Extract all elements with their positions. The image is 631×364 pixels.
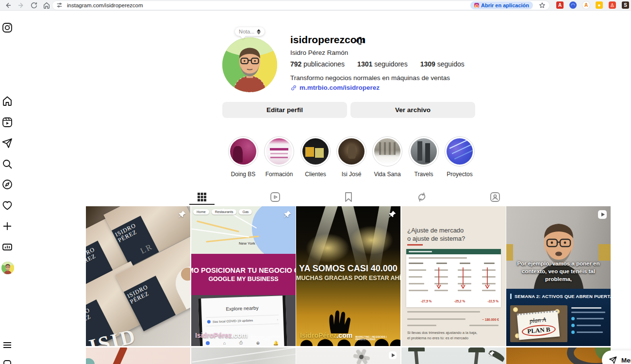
messenger-icon[interactable] xyxy=(1,137,13,149)
tab-reposts-icon[interactable] xyxy=(416,191,428,203)
stats-row: 792 publicaciones 1301 seguidores 1309 s… xyxy=(290,60,465,68)
highlight-travels[interactable]: Travels xyxy=(406,136,442,178)
threads-partial-icon[interactable] xyxy=(1,360,13,364)
yellow-bulb-icon[interactable]: ● xyxy=(596,1,603,9)
note-label: Nota... xyxy=(239,29,254,34)
forward-icon[interactable] xyxy=(17,1,25,9)
blue-orb-icon[interactable]: ◠ xyxy=(569,1,577,9)
post-ceiling-fan[interactable] xyxy=(296,347,400,364)
brand-footer: IsidroPérez.com MARKETING | NEGOCIOS | P… xyxy=(300,331,400,341)
post-concert[interactable]: YA SOMOS CASI 40.000 MUCHAS GRACIAS POR … xyxy=(296,206,400,346)
highlight-cover xyxy=(302,138,329,165)
note-arrows-icon xyxy=(257,29,261,34)
settings-gear-icon[interactable] xyxy=(355,36,365,46)
highlight-doing-bs[interactable]: Doing BS xyxy=(225,136,261,178)
tab-reels-icon[interactable] xyxy=(269,191,281,203)
plan-b-photo: plan A PLAN B xyxy=(510,305,567,342)
down-arrow xyxy=(461,267,465,289)
send-plane-icon xyxy=(609,356,617,364)
view-archive-button[interactable]: Ver archivo xyxy=(350,102,475,118)
open-in-app-chip[interactable]: Abrir en aplicación xyxy=(470,1,533,9)
highlight-cover xyxy=(411,138,437,165)
bookmark-star-icon[interactable] xyxy=(539,2,546,9)
home-browser-icon[interactable] xyxy=(43,1,50,9)
highlight-formacion[interactable]: Formación xyxy=(261,136,297,178)
phone-nav-icons: ⌂⎙⊕🔔 xyxy=(206,340,279,346)
map-chip-gas: Gas xyxy=(239,209,252,215)
note-bubble[interactable]: Nota... xyxy=(235,27,265,36)
post-marble[interactable] xyxy=(191,347,296,364)
highlight-cover xyxy=(447,138,473,165)
orange-a-icon[interactable]: A xyxy=(582,1,590,9)
red-figure-icon[interactable]: ♙ xyxy=(609,1,616,9)
bio-link[interactable]: m.mtrbio.com/isidroperez xyxy=(290,84,380,91)
s-logo-icon[interactable]: S xyxy=(622,1,629,9)
post-google-my-business[interactable]: Home Restaurants Gas New York ÓMO POSICI… xyxy=(191,206,296,346)
map-chip-home: Home xyxy=(193,209,209,215)
create-plus-icon[interactable] xyxy=(1,220,13,232)
tab-tagged-icon[interactable] xyxy=(489,191,501,203)
spreadsheet-image xyxy=(406,249,501,307)
post-banner: ÓMO POSICIONAR TU NEGOCIO CO GOOGLE MY B… xyxy=(191,254,296,295)
posts-grid: ISIDRO PÉREZ ISIDRO PÉREZ ISIDRO PÉREZ I… xyxy=(86,206,611,364)
address-bar[interactable]: instagram.com/isidroperezcom Abrir en ap… xyxy=(52,1,549,10)
link-icon xyxy=(290,84,297,91)
pinned-icon xyxy=(388,210,397,219)
post-text-line2: MUCHAS GRACIAS POR ESTAR AHÍ xyxy=(296,275,400,281)
profile-avatar[interactable] xyxy=(222,37,277,92)
tab-posts-grid-icon[interactable] xyxy=(196,191,208,203)
highlight-cover xyxy=(374,138,400,165)
full-name: Isidro Pérez Ramón xyxy=(290,49,348,56)
highlight-isi-jose[interactable]: Isi José xyxy=(333,136,369,178)
profile-avatar-small[interactable] xyxy=(1,262,14,274)
instagram-chip-icon xyxy=(474,3,479,8)
highlight-proyectos[interactable]: Proyectos xyxy=(442,136,478,178)
pinned-icon xyxy=(178,210,186,219)
highlight-cover xyxy=(338,138,365,165)
browser-toolbar: instagram.com/isidroperezcom Abrir en ap… xyxy=(0,0,631,11)
highlight-vida-sana[interactable]: Vida Sana xyxy=(369,136,405,178)
active-tab-indicator xyxy=(189,204,215,205)
map-city-label: New York xyxy=(239,241,255,246)
tab-saved-icon[interactable] xyxy=(343,191,354,203)
reload-icon[interactable] xyxy=(30,1,38,9)
search-icon[interactable] xyxy=(1,158,13,170)
messages-button[interactable]: Mensajes xyxy=(602,350,631,364)
acrobat-icon[interactable]: A xyxy=(556,1,564,9)
home-icon[interactable] xyxy=(1,95,13,107)
stat-following[interactable]: 1309 seguidos xyxy=(420,60,465,68)
down-arrow xyxy=(485,267,490,289)
bio-text: Transformo negocios normales en máquinas… xyxy=(290,74,450,82)
highlight-cover xyxy=(230,138,256,165)
stat-posts: 792 publicaciones xyxy=(290,60,345,68)
post-magazines[interactable]: ISIDRO PÉREZ ISIDRO PÉREZ ISIDRO PÉREZ I… xyxy=(86,206,190,346)
semana-panel: SEMANA 2: ACTIVOS QUE ABREN PUERTAS plan… xyxy=(506,289,611,346)
highlight-cover xyxy=(266,138,292,165)
stat-followers[interactable]: 1301 seguidores xyxy=(357,60,408,68)
video-play-icon xyxy=(389,351,397,359)
instagram-logo-icon[interactable] xyxy=(1,22,13,33)
nav-sidebar xyxy=(0,11,24,364)
menu-hamburger-icon[interactable] xyxy=(1,339,13,351)
explore-icon[interactable] xyxy=(1,179,13,190)
map-image: Home Restaurants Gas New York xyxy=(191,206,296,254)
percent-row: -27,5 % -25,2 % -22,5 % xyxy=(421,299,498,303)
post-palm-trees[interactable] xyxy=(401,347,506,364)
post-text-line1: YA SOMOS CASI 40.000 xyxy=(296,264,400,274)
post-ajuste-mercado[interactable]: ¿Ajuste de mercado o ajuste de sistema? xyxy=(401,206,506,346)
red-value: − 180.000 € xyxy=(482,318,499,321)
tune-icon[interactable] xyxy=(56,2,63,8)
map-chip-restaurants: Restaurants xyxy=(212,209,237,215)
highlight-clientes[interactable]: Clientes xyxy=(298,136,333,178)
insights-icon[interactable] xyxy=(1,241,13,253)
post-pencil[interactable] xyxy=(86,347,190,364)
post-video-semana2[interactable]: Por ejemplo, vamos a poner en contexto, … xyxy=(506,206,611,346)
back-icon[interactable] xyxy=(4,1,12,9)
reels-icon[interactable] xyxy=(1,116,13,128)
pinned-icon xyxy=(283,210,292,219)
video-play-icon xyxy=(598,210,607,219)
edit-profile-button[interactable]: Editar perfil xyxy=(222,102,347,118)
pinned-icon xyxy=(488,350,495,357)
notifications-heart-icon[interactable] xyxy=(1,199,13,211)
post-paella[interactable] xyxy=(506,347,611,364)
